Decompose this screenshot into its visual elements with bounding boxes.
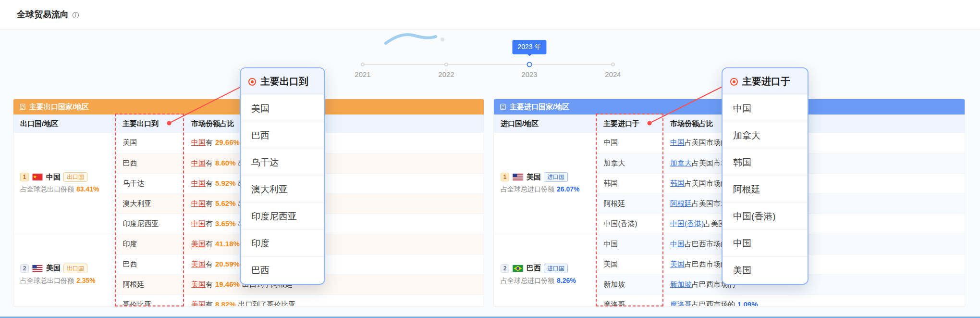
rank-1-badge: 1 [20,173,29,181]
country-link[interactable]: 美国 [191,280,206,288]
source-cell: 中国 [597,133,663,153]
market-share-cell: 加拿大占美国市场的 [663,153,965,173]
country-link[interactable]: 中国 [191,159,206,167]
market-share-cell: 美国有19.46%出口到了阿根廷 [184,274,484,294]
country-link[interactable]: 阿根廷 [670,199,692,207]
popup-item[interactable]: 中国 [723,230,808,257]
popup-item[interactable]: 韩国 [723,149,808,176]
country-link[interactable]: 中国 [191,199,206,207]
popup-item[interactable]: 中国 [723,95,808,122]
col-header-export-dest: 主要出口到 [116,114,184,133]
country-link[interactable]: 美国 [191,260,206,268]
share-percent: 8.60% [215,159,236,167]
global-share-value: 8.26% [557,277,576,284]
country-link[interactable]: 加拿大 [670,159,692,167]
destination-cell: 澳大利亚 [116,193,184,214]
timeline-label-2022[interactable]: 2022 [438,70,454,78]
country-link[interactable]: 韩国 [670,179,685,187]
timeline-track[interactable] [363,64,613,65]
market-share-cell: 中国(香港)占美国市场的 [663,214,965,234]
country-link[interactable]: 中国 [191,138,206,146]
rank-2-badge: 2 [501,264,509,273]
source-cell: 阿根廷 [597,193,663,214]
exporter-group-cell-china: 1 中国 出口国 占全球总出口份额83.41% [13,133,116,234]
exporter-role-badge: 出口国 [63,264,87,273]
decorative-swoosh [382,29,449,49]
red-target-icon [730,78,738,86]
destination-cell: 巴西 [116,153,184,173]
share-text-tail: 出口到了哥伦比亚 [238,300,296,307]
timeline-dot-2023[interactable] [527,62,532,67]
exporter-group-cell-us: 2 美国 出口国 占全球总出口份额2.35% [13,234,116,306]
global-share-label: 占全球总进口份额 [501,185,554,193]
source-cell: 新加坡 [597,274,663,294]
red-target-icon [248,78,256,86]
country-link[interactable]: 新加坡 [670,280,692,288]
importer-group-cell-brazil: 2 巴西 进口国 占全球总进口份额8.26% [494,234,597,306]
rank-1-badge: 1 [501,173,509,181]
exporter-role-badge: 出口国 [63,172,87,182]
exporter-country-name: 中国 [46,173,61,182]
destination-cell: 美国 [116,133,184,153]
country-link[interactable]: 中国 [670,240,685,248]
country-link[interactable]: 中国 [191,179,206,187]
popup-item[interactable]: 印度 [241,230,324,257]
market-share-cell: 摩洛哥占巴西市场的1.09% [663,294,965,306]
page-header: 全球贸易流向 [0,0,980,29]
us-flag-icon [32,265,43,272]
popup-item[interactable]: 美国 [723,257,808,284]
share-text-desc: 占巴西市场的 [692,300,735,307]
global-share-value: 26.07% [557,185,579,193]
china-flag-icon [32,173,43,181]
timeline-label-2021[interactable]: 2021 [355,70,370,78]
share-text-mid: 有 [206,280,213,288]
timeline-label-2024[interactable]: 2024 [605,70,621,78]
market-share-cell: 美国有8.82%出口到了哥伦比亚 [184,294,484,306]
destination-cell: 哥伦比亚 [116,294,184,306]
global-share-value: 2.35% [76,277,96,284]
country-link[interactable]: 美国 [191,240,206,248]
col-header-exporter: 出口国/地区 [13,114,116,133]
destination-cell: 巴西 [116,254,184,274]
export-popup-title: 主要出口到 [260,75,308,88]
destination-cell: 印度 [116,234,184,254]
list-clipboard-icon [19,103,26,110]
destination-cell: 印度尼西亚 [116,214,184,234]
import-sources-popup: 主要进口于 中国 加拿大 韩国 阿根廷 中国(香港) 中国 美国 [722,67,808,285]
export-table-title: 主要出口国家/地区 [29,102,89,112]
popup-item[interactable]: 加拿大 [723,122,808,149]
market-share-cell: 中国有8.60%出口到了巴西 [184,153,484,173]
popup-item[interactable]: 巴西 [241,257,324,284]
popup-item[interactable]: 乌干达 [241,149,324,176]
timeline-dot-2022[interactable] [444,63,448,66]
share-text-mid: 有 [206,159,213,167]
country-link[interactable]: 中国 [670,138,685,146]
timeline-label-2023[interactable]: 2023 [521,70,537,78]
share-percent: 8.82% [215,300,236,307]
market-share-cell: 阿根廷占美国市场的 [663,193,965,214]
timeline-dot-2024[interactable] [611,63,615,66]
country-link[interactable]: 摩洛哥 [670,300,692,307]
popup-item[interactable]: 印度尼西亚 [241,203,324,230]
global-share-value: 83.41% [76,185,99,193]
country-link[interactable]: 美国 [670,260,685,268]
popup-item[interactable]: 美国 [241,95,324,122]
timeline-dot-2021[interactable] [361,63,365,66]
country-link[interactable]: 美国 [191,300,206,307]
market-share-cell: 美国有41.18%出口到了印度 [184,234,484,254]
popup-item[interactable]: 巴西 [241,122,324,149]
market-share-cell: 美国占巴西市场的 [663,254,965,274]
info-icon[interactable] [72,12,79,19]
popup-item[interactable]: 中国(香港) [723,203,808,230]
country-link[interactable]: 中国 [191,219,206,228]
import-popup-header: 主要进口于 [723,68,808,95]
country-link[interactable]: 中国(香港) [670,219,704,228]
exporter-country-name: 美国 [46,264,61,273]
popup-item[interactable]: 澳大利亚 [241,176,324,203]
share-percent: 20.59% [215,260,240,268]
col-header-import-share: 市场份额占比 [663,114,965,133]
destination-cell: 乌干达 [116,173,184,193]
export-destinations-popup: 主要出口到 美国 巴西 乌干达 澳大利亚 印度尼西亚 印度 巴西 [240,67,325,285]
import-popup-title: 主要进口于 [742,75,790,88]
popup-item[interactable]: 阿根廷 [723,176,808,203]
